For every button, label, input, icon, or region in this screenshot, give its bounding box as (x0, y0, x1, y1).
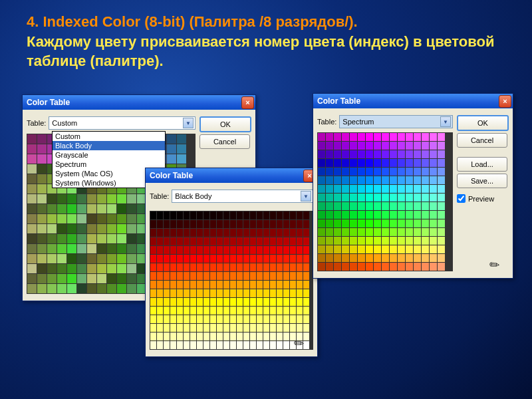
swatch[interactable] (326, 245, 333, 253)
swatch[interactable] (27, 154, 37, 164)
swatch[interactable] (398, 211, 405, 219)
swatch[interactable] (250, 263, 256, 271)
swatch[interactable] (334, 194, 341, 201)
swatch[interactable] (374, 211, 381, 219)
swatch[interactable] (382, 150, 389, 158)
swatch[interactable] (318, 185, 325, 193)
swatch[interactable] (270, 237, 276, 245)
swatch[interactable] (406, 202, 413, 210)
swatch[interactable] (398, 142, 405, 150)
swatch[interactable] (438, 228, 445, 236)
swatch[interactable] (303, 307, 309, 315)
swatch[interactable] (326, 150, 333, 158)
close-icon[interactable]: × (241, 96, 254, 109)
swatch[interactable] (438, 254, 445, 262)
swatch[interactable] (334, 211, 341, 219)
swatch[interactable] (366, 159, 373, 167)
swatch[interactable] (67, 244, 76, 253)
swatch[interactable] (398, 219, 405, 227)
swatch[interactable] (422, 142, 429, 150)
swatch[interactable] (297, 255, 303, 263)
swatch[interactable] (406, 150, 413, 158)
swatch[interactable] (117, 204, 126, 213)
swatch[interactable] (164, 324, 170, 332)
swatch[interactable] (184, 307, 190, 315)
swatch[interactable] (342, 133, 349, 141)
swatch[interactable] (77, 204, 86, 213)
swatch[interactable] (414, 211, 421, 219)
swatch[interactable] (150, 272, 156, 280)
preview-checkbox[interactable] (457, 194, 466, 203)
swatch[interactable] (297, 211, 303, 219)
swatch[interactable] (87, 244, 96, 253)
swatch[interactable] (37, 164, 47, 174)
swatch[interactable] (290, 281, 296, 289)
swatch[interactable] (297, 307, 303, 315)
swatch[interactable] (283, 263, 289, 271)
swatch[interactable] (297, 281, 303, 289)
swatch[interactable] (27, 194, 37, 203)
swatch[interactable] (203, 229, 209, 237)
swatch[interactable] (237, 324, 243, 332)
swatch[interactable] (127, 254, 136, 263)
swatch[interactable] (127, 274, 136, 283)
swatch[interactable] (177, 341, 183, 349)
swatch[interactable] (210, 255, 216, 263)
swatch[interactable] (290, 229, 296, 237)
swatch[interactable] (297, 220, 303, 228)
swatch[interactable] (334, 185, 341, 193)
swatch[interactable] (184, 237, 190, 245)
swatch[interactable] (430, 228, 437, 236)
swatch[interactable] (184, 246, 190, 254)
swatch[interactable] (117, 254, 126, 263)
swatch[interactable] (87, 264, 96, 273)
swatch[interactable] (318, 159, 325, 167)
swatch[interactable] (297, 246, 303, 254)
swatch[interactable] (342, 228, 349, 236)
swatch[interactable] (318, 176, 325, 184)
swatch[interactable] (177, 134, 186, 144)
swatch[interactable] (382, 245, 389, 253)
swatch[interactable] (270, 298, 276, 306)
swatch[interactable] (422, 245, 429, 253)
swatch[interactable] (230, 307, 236, 315)
swatch[interactable] (150, 289, 156, 297)
swatch[interactable] (257, 272, 263, 280)
swatch[interactable] (164, 211, 170, 219)
swatch[interactable] (97, 234, 106, 243)
swatch[interactable] (318, 254, 325, 262)
swatch[interactable] (366, 254, 373, 262)
swatch[interactable] (438, 237, 445, 245)
swatch[interactable] (237, 315, 243, 323)
swatch[interactable] (217, 255, 223, 263)
swatch[interactable] (87, 214, 96, 223)
swatch[interactable] (398, 168, 405, 176)
swatch[interactable] (203, 341, 209, 349)
swatch[interactable] (318, 263, 325, 271)
swatch[interactable] (358, 245, 365, 253)
swatch[interactable] (390, 219, 397, 227)
swatch[interactable] (297, 289, 303, 297)
swatch[interactable] (150, 324, 156, 332)
swatch[interactable] (167, 144, 176, 154)
swatch[interactable] (203, 211, 209, 219)
swatch[interactable] (414, 194, 421, 201)
swatch[interactable] (382, 133, 389, 141)
swatch[interactable] (203, 315, 209, 323)
swatch[interactable] (57, 194, 66, 203)
swatch[interactable] (117, 214, 126, 223)
swatch[interactable] (223, 272, 229, 280)
swatch[interactable] (210, 272, 216, 280)
swatch[interactable] (290, 307, 296, 315)
swatch[interactable] (390, 211, 397, 219)
swatch[interactable] (127, 214, 136, 223)
swatch[interactable] (217, 220, 223, 228)
swatch[interactable] (210, 229, 216, 237)
swatch[interactable] (350, 185, 357, 193)
swatch[interactable] (270, 220, 276, 228)
swatch[interactable] (398, 194, 405, 201)
swatch[interactable] (382, 263, 389, 271)
swatch[interactable] (223, 255, 229, 263)
swatch[interactable] (398, 237, 405, 245)
swatch[interactable] (398, 150, 405, 158)
